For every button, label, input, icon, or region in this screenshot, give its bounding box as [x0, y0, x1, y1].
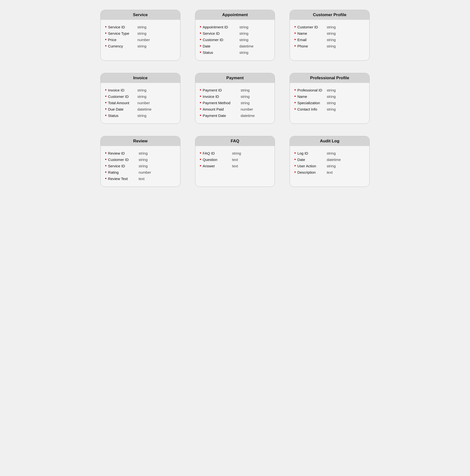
field-name-label: Review ID [108, 151, 136, 155]
field-row: •Statusstring [105, 113, 176, 118]
field-name-label: Contact Info [297, 107, 324, 111]
field-type-label: string [327, 38, 336, 42]
field-row: •Statusstring [200, 50, 271, 54]
field-row: •Namestring [294, 31, 365, 35]
entity-card-appointment: Appointment•Appointment IDstring•Service… [195, 10, 275, 61]
entity-card-professional-profile: Professional Profile•Professional IDstri… [289, 73, 370, 124]
field-row: •Service IDstring [200, 31, 271, 35]
field-name-label: Customer ID [108, 94, 135, 99]
field-name-label: Status [203, 51, 237, 54]
field-name-label: Question [203, 157, 230, 162]
field-name-label: Log ID [297, 151, 324, 155]
field-bullet-icon: • [200, 101, 201, 105]
entity-card-audit-log: Audit Log•Log IDstring•Datedatetime•User… [289, 136, 370, 187]
field-name-label: User Action [297, 164, 324, 168]
field-bullet-icon: • [105, 31, 107, 35]
field-type-label: string [137, 94, 146, 99]
field-name-label: Customer ID [203, 38, 237, 42]
field-name-label: Invoice ID [108, 88, 135, 92]
field-name-label: Due Date [108, 107, 135, 111]
field-bullet-icon: • [105, 37, 107, 42]
entity-title-customer-profile: Customer Profile [290, 10, 369, 20]
entity-fields-payment: •Payment IDstring•Invoice IDstring•Payme… [195, 83, 275, 123]
field-type-label: number [241, 107, 253, 111]
field-type-label: number [139, 170, 151, 174]
field-row: •Datedatetime [294, 157, 365, 162]
field-name-label: Appointment ID [203, 25, 237, 29]
field-type-label: string [239, 51, 249, 54]
field-row: •User Actionstring [294, 164, 365, 168]
field-bullet-icon: • [294, 25, 296, 29]
field-name-label: Amount Paid [203, 107, 238, 111]
field-row: •Service IDstring [105, 164, 176, 168]
field-name-label: Professional ID [297, 88, 324, 92]
field-bullet-icon: • [105, 164, 107, 168]
field-row: •Namestring [294, 94, 365, 99]
field-bullet-icon: • [105, 107, 107, 111]
entity-title-payment: Payment [195, 73, 275, 83]
field-bullet-icon: • [294, 164, 296, 168]
field-row: •FAQ IDstring [200, 151, 271, 155]
field-name-label: Payment Date [203, 114, 238, 118]
field-type-label: string [139, 164, 148, 168]
field-type-label: datetime [241, 114, 255, 118]
field-type-label: string [327, 107, 336, 111]
field-bullet-icon: • [105, 151, 107, 155]
field-bullet-icon: • [294, 44, 296, 48]
entity-fields-invoice: •Invoice IDstring•Customer IDstring•Tota… [101, 83, 180, 123]
field-type-label: string [327, 151, 336, 155]
field-row: •Professional IDstring [294, 88, 365, 92]
entity-fields-professional-profile: •Professional IDstring•Namestring•Specia… [290, 83, 369, 117]
field-name-label: FAQ ID [203, 151, 230, 155]
field-type-label: string [327, 44, 336, 48]
field-type-label: string [239, 25, 249, 29]
field-bullet-icon: • [294, 101, 296, 105]
field-row: •Service Typestring [105, 31, 176, 35]
field-type-label: string [139, 157, 148, 162]
field-type-label: string [137, 31, 146, 35]
entity-card-payment: Payment•Payment IDstring•Invoice IDstrin… [195, 73, 275, 124]
field-name-label: Invoice ID [203, 94, 238, 99]
field-bullet-icon: • [200, 113, 201, 118]
field-name-label: Customer ID [108, 157, 136, 162]
field-row: •Descriptiontext [294, 170, 365, 174]
field-row: •Total Amountnumber [105, 101, 176, 105]
entity-fields-review: •Review IDstring•Customer IDstring•Servi… [101, 146, 180, 187]
field-row: •Ratingnumber [105, 170, 176, 174]
field-bullet-icon: • [294, 151, 296, 155]
field-type-label: string [137, 88, 146, 92]
field-bullet-icon: • [200, 94, 201, 99]
field-name-label: Status [108, 114, 135, 118]
field-type-label: datetime [239, 44, 253, 48]
field-row: •Invoice IDstring [200, 94, 271, 99]
field-row: •Customer IDstring [294, 25, 365, 29]
entity-fields-service: •Service IDstring•Service Typestring•Pri… [101, 20, 180, 54]
field-row: •Customer IDstring [105, 94, 176, 99]
field-name-label: Service ID [108, 164, 136, 168]
field-type-label: string [327, 164, 336, 168]
entity-card-invoice: Invoice•Invoice IDstring•Customer IDstri… [100, 73, 181, 124]
field-name-label: Total Amount [108, 101, 135, 105]
field-row: •Specializationstring [294, 101, 365, 105]
field-row: •Review IDstring [105, 151, 176, 155]
field-bullet-icon: • [105, 25, 107, 29]
field-row: •Customer IDstring [105, 157, 176, 162]
field-type-label: string [232, 151, 241, 155]
field-type-label: text [232, 157, 238, 162]
field-row: •Datedatetime [200, 44, 271, 48]
field-type-label: text [327, 170, 333, 174]
field-name-label: Service ID [203, 31, 237, 35]
entity-title-professional-profile: Professional Profile [290, 73, 369, 83]
field-bullet-icon: • [294, 107, 296, 111]
field-type-label: string [239, 31, 249, 35]
field-bullet-icon: • [105, 44, 107, 48]
field-name-label: Service Type [108, 31, 135, 35]
field-type-label: number [137, 38, 150, 42]
field-bullet-icon: • [294, 37, 296, 42]
entity-fields-appointment: •Appointment IDstring•Service IDstring•C… [195, 20, 275, 60]
entity-card-faq: FAQ•FAQ IDstring•Questiontext•Answertext [195, 136, 275, 187]
field-row: •Contact Infostring [294, 107, 365, 111]
field-type-label: text [139, 177, 145, 181]
entity-title-audit-log: Audit Log [290, 136, 369, 146]
field-name-label: Currency [108, 44, 135, 48]
